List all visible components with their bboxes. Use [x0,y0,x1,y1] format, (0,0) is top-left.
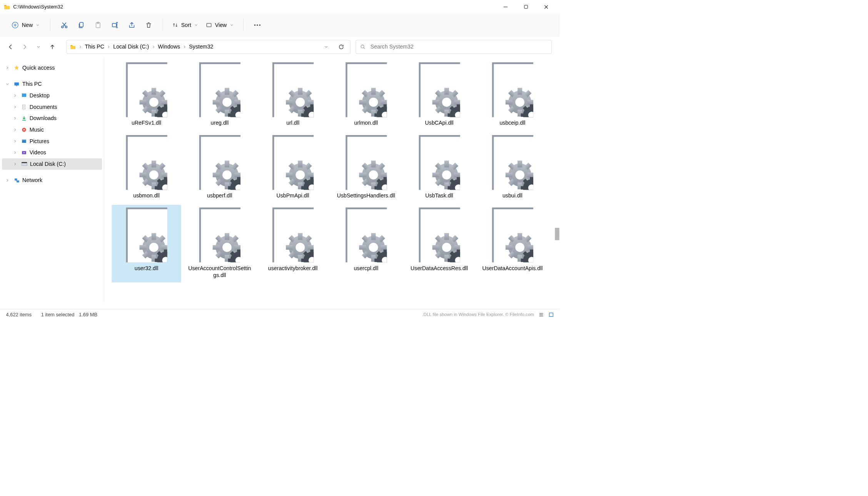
up-button[interactable] [46,41,58,53]
sidebar-downloads[interactable]: Downloads [2,113,102,124]
view-label: View [215,22,227,28]
file-label: UserAccountControlSettings.dll [188,265,251,279]
file-pane[interactable]: uReFSv1.dllureg.dllurl.dllurlmon.dllUsbC… [104,57,560,302]
file-label: UserDataAccessRes.dll [411,265,468,272]
rename-icon [112,22,119,28]
minimize-button[interactable] [499,2,512,12]
sidebar-network[interactable]: Network [2,175,102,186]
sidebar-music[interactable]: Music [2,124,102,136]
close-button[interactable] [540,2,553,12]
sort-label: Sort [181,22,191,28]
separator [162,19,163,31]
file-item[interactable]: UsbTask.dll [404,132,474,203]
dll-file-icon [272,62,314,117]
documents-icon [21,104,27,110]
new-button[interactable]: New [7,19,43,31]
sort-button[interactable]: Sort [169,20,201,30]
svg-rect-37 [16,86,17,86]
delete-button[interactable] [141,18,156,33]
file-item[interactable]: UsbPmApi.dll [258,132,328,203]
paste-icon [95,22,102,28]
dll-file-icon [345,62,387,117]
crumb-this-pc[interactable]: This PC [85,44,104,50]
rename-button[interactable] [107,18,122,33]
file-item[interactable]: urlmon.dll [331,60,401,130]
file-item[interactable]: ureg.dll [185,60,255,130]
dll-file-icon [199,135,240,190]
sidebar-pictures[interactable]: Pictures [2,135,102,147]
svg-rect-36 [14,82,19,85]
sidebar-documents[interactable]: Documents [2,101,102,113]
sidebar-quick-access[interactable]: Quick access [2,62,102,73]
file-item[interactable]: user32.dll [112,205,181,282]
folder-icon [4,3,10,10]
search-input[interactable] [371,44,547,50]
search-box[interactable] [356,40,552,54]
refresh-button[interactable] [338,44,344,50]
sidebar: Quick access This PC Desktop Documents D… [0,57,104,302]
cut-button[interactable] [57,18,72,33]
copy-button[interactable] [74,18,89,33]
chevron-down-icon [36,23,40,27]
view-button[interactable]: View [203,20,237,30]
toolbar: New [0,13,560,37]
file-item[interactable]: usbui.dll [478,132,548,203]
network-icon [13,177,19,183]
desktop-icon [21,93,27,98]
share-button[interactable] [124,18,139,33]
back-button[interactable] [5,41,17,53]
dll-file-icon [492,207,533,262]
file-item[interactable]: usbceip.dll [478,60,548,130]
svg-rect-49 [549,313,553,316]
crumb-local-disk[interactable]: Local Disk (C:) [113,44,149,50]
file-item[interactable]: UserDataAccountApis.dll [478,205,548,282]
dll-file-icon [492,62,533,117]
chevron-down-icon [230,23,234,27]
dll-file-icon [199,207,240,262]
sort-icon [172,22,178,28]
details-view-button[interactable] [539,312,544,317]
history-button[interactable] [32,41,45,53]
separator [50,19,50,31]
forward-button[interactable] [18,41,31,53]
file-label: UsbSettingsHandlers.dll [337,192,395,199]
file-item[interactable]: useractivitybroker.dll [258,205,328,282]
sidebar-this-pc[interactable]: This PC [2,78,102,90]
chevron-down-icon[interactable] [324,45,329,49]
svg-point-32 [254,25,255,26]
paste-button[interactable] [90,18,105,33]
trash-icon [145,22,152,28]
status-bar: 4,622 items 1 item selected 1.69 MB .DLL… [0,309,560,320]
file-item[interactable]: UsbSettingsHandlers.dll [331,132,401,203]
file-label: user32.dll [135,265,159,272]
breadcrumb[interactable]: This PC Local Disk (C:) Windows System32 [66,40,351,54]
file-item[interactable]: uReFSv1.dll [112,60,181,130]
star-icon [13,65,19,70]
sidebar-local-disk[interactable]: Local Disk (C:) [2,159,102,170]
file-item[interactable]: usercpl.dll [331,205,401,282]
dll-file-icon [272,135,314,190]
file-item[interactable]: usbmon.dll [112,132,181,203]
crumb-system32[interactable]: System32 [189,44,213,50]
file-item[interactable]: UserAccountControlSettings.dll [185,205,255,282]
svg-point-42 [23,129,25,131]
dll-file-icon [345,135,387,190]
dll-file-icon [199,62,240,117]
maximize-button[interactable] [520,2,532,12]
file-item[interactable]: UserDataAccessRes.dll [404,205,474,282]
file-item[interactable]: url.dll [258,60,328,130]
large-icons-view-button[interactable] [548,312,554,317]
file-item[interactable]: UsbCApi.dll [404,60,474,130]
file-item[interactable]: usbperf.dll [185,132,255,203]
svg-rect-30 [112,23,117,27]
file-label: url.dll [286,120,299,127]
sidebar-desktop[interactable]: Desktop [2,90,102,101]
chevron-down-icon [194,23,198,27]
status-selected: 1 item selected [41,312,75,317]
crumb-windows[interactable]: Windows [158,44,180,50]
overflow-button[interactable] [250,18,265,33]
sidebar-videos[interactable]: Videos [2,147,102,159]
dll-file-icon [418,62,460,117]
scrollbar-thumb[interactable] [555,228,559,240]
file-label: UsbCApi.dll [425,120,454,127]
